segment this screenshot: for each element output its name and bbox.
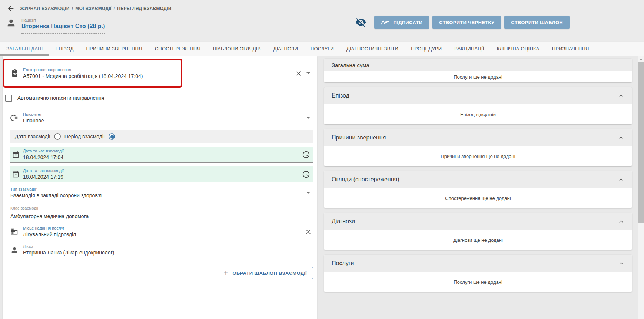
- radio-selected-icon[interactable]: [109, 133, 115, 140]
- priority-icon: [10, 114, 23, 122]
- tab-vaccinations[interactable]: ВАКЦИНАЦІЇ: [448, 42, 490, 56]
- tab-bar: ЗАГАЛЬНІ ДАНІ ЕПІЗОД ПРИЧИНИ ЗВЕРНЕННЯ С…: [0, 42, 644, 56]
- breadcrumb-separator: /: [72, 6, 73, 11]
- clipboard-pulse-icon: [10, 69, 23, 78]
- services-title: Послуги: [332, 260, 354, 267]
- referral-field[interactable]: Електронне направлення А57001 - Медична …: [10, 62, 313, 85]
- referral-label: Електронне направлення: [23, 67, 294, 72]
- top-header: ЖУРНАЛ ВЗАЄМОДІЙ / МОЇ ВЗАЄМОДІЇ / ПЕРЕГ…: [0, 0, 644, 42]
- radio-interaction-period[interactable]: Період взаємодії: [64, 133, 115, 140]
- chevron-down-icon[interactable]: [306, 117, 310, 119]
- tab-clinical-assessment[interactable]: КЛІНІЧНА ОЦІНКА: [491, 42, 546, 56]
- visit-reasons-card: Причини звернення Причини звернення ще н…: [324, 129, 632, 166]
- tab-services[interactable]: ПОСЛУГИ: [304, 42, 340, 56]
- patient-label: Пацієнт: [21, 18, 105, 22]
- interaction-class-field: Клас взаємодії Амбулаторна медична допом…: [10, 204, 313, 221]
- chevron-down-icon[interactable]: [306, 192, 310, 194]
- scrollbar-thumb[interactable]: [638, 62, 644, 223]
- tab-visit-reasons[interactable]: ПРИЧИНИ ЗВЕРНЕННЯ: [80, 42, 149, 56]
- diagnoses-card: Діагнози Діагнози ще не додані: [324, 213, 632, 250]
- scrollbar-up-arrow-icon[interactable]: [638, 56, 644, 62]
- tab-exam-templates[interactable]: ШАБЛОНИ ОГЛЯДІВ: [207, 42, 267, 56]
- collapse-services-button[interactable]: [618, 260, 624, 267]
- clock-icon[interactable]: [301, 151, 312, 159]
- interaction-type-label: Тип взаємодії*: [10, 187, 303, 192]
- auto-expire-checkbox-row[interactable]: Автоматично погасити направлення: [3, 93, 317, 102]
- datetime-start-label: Дата та час взаємодії: [23, 148, 301, 154]
- radio-interaction-date[interactable]: Дата взаємодії: [15, 133, 61, 140]
- diagnoses-empty-text: Діагнози ще не додані: [324, 230, 632, 250]
- interaction-form-card: Електронне направлення А57001 - Медична …: [3, 56, 317, 319]
- choose-template-label: ОБРАТИ ШАБЛОН ВЗАЄМОДІЇ: [233, 270, 307, 276]
- clear-service-place-icon[interactable]: [303, 228, 313, 236]
- radio-interaction-period-label: Період взаємодії: [64, 134, 105, 139]
- patient-name-link[interactable]: Вторинка Пацієнт Сто (28 р.): [21, 23, 105, 30]
- episode-card: Епізод Епізод відсутній: [324, 87, 632, 124]
- service-place-field[interactable]: Місце надання послуг Лікувальний підрозд…: [10, 225, 313, 239]
- tab-general-data[interactable]: ЗАГАЛЬНІ ДАНІ: [0, 42, 49, 56]
- datetime-start-field[interactable]: Дата та час взаємодії 18.04.2024 17:04: [10, 147, 313, 163]
- doctor-value: Вторинна Ланка (Лікар-ендокринолог): [23, 249, 313, 256]
- chevron-down-icon[interactable]: [306, 72, 310, 74]
- total-sum-empty-text: Послуги ще не додані: [324, 71, 632, 82]
- datetime-end-label: Дата та час взаємодії: [23, 168, 301, 173]
- priority-value: Планове: [23, 117, 303, 124]
- radio-interaction-date-label: Дата взаємодії: [15, 134, 50, 139]
- observations-card: Огляди (спостереження) Спостереження ще …: [324, 171, 632, 208]
- chevron-up-icon: [618, 218, 624, 225]
- calendar-icon: [10, 170, 23, 178]
- chevron-up-icon: [618, 92, 624, 99]
- clock-icon[interactable]: [301, 170, 312, 178]
- date-mode-toggle: Дата взаємодії Період взаємодії: [10, 130, 313, 143]
- sign-button[interactable]: ПІДПИСАТИ: [374, 16, 429, 29]
- tab-observations[interactable]: СПОСТЕРЕЖЕННЯ: [149, 42, 207, 56]
- create-draft-button[interactable]: СТВОРИТИ ЧЕРНЕТКУ: [432, 16, 501, 29]
- plus-icon: +: [224, 269, 228, 277]
- interaction-class-label: Клас взаємодії: [10, 205, 313, 211]
- vertical-scrollbar[interactable]: [638, 56, 644, 319]
- datetime-end-field[interactable]: Дата та час взаємодії 18.04.2024 17:19: [10, 166, 313, 182]
- collapse-episode-button[interactable]: [618, 92, 624, 99]
- priority-field[interactable]: Пріоритет Планове: [10, 110, 313, 126]
- back-button[interactable]: [6, 4, 16, 13]
- total-sum-card: Загальна сума Послуги ще не додані: [324, 59, 632, 82]
- clear-referral-icon[interactable]: [294, 70, 303, 77]
- episode-empty-text: Епізод відсутній: [324, 104, 632, 124]
- collapse-diagnoses-button[interactable]: [618, 218, 624, 225]
- service-place-label: Місце надання послуг: [23, 226, 303, 231]
- priority-label: Пріоритет: [23, 112, 303, 117]
- doctor-icon: [10, 246, 23, 254]
- patient-icon: [6, 18, 16, 28]
- tab-diagnoses[interactable]: ДІАГНОЗИ: [267, 42, 304, 56]
- chevron-up-icon: [618, 176, 624, 183]
- tab-episode[interactable]: ЕПІЗОД: [49, 42, 80, 56]
- chevron-up-icon: [618, 260, 624, 267]
- header-actions: ПІДПИСАТИ СТВОРИТИ ЧЕРНЕТКУ СТВОРИТИ ШАБ…: [355, 16, 570, 29]
- sign-button-label: ПІДПИСАТИ: [394, 20, 423, 25]
- signature-icon: [381, 19, 390, 25]
- tab-diagnostic-reports[interactable]: ДІАГНОСТИЧНІ ЗВІТИ: [340, 42, 405, 56]
- create-template-button[interactable]: СТВОРИТИ ШАБЛОН: [504, 16, 570, 29]
- breadcrumb-current: ПЕРЕГЛЯД ВЗАЄМОДІЙ: [117, 6, 171, 11]
- eye-off-icon[interactable]: [355, 17, 366, 28]
- checkbox-icon[interactable]: [5, 95, 12, 102]
- tab-procedures[interactable]: ПРОЦЕДУРИ: [405, 42, 448, 56]
- breadcrumb-separator: /: [114, 6, 115, 11]
- collapse-observations-button[interactable]: [618, 176, 624, 183]
- interaction-type-field[interactable]: Тип взаємодії* Взаємодія в закладі охоро…: [10, 185, 313, 201]
- service-place-value: Лікувальний підрозділ: [23, 231, 303, 238]
- radio-icon[interactable]: [54, 133, 61, 140]
- summary-panel: Загальна сума Послуги ще не додані Епізо…: [324, 59, 632, 292]
- tab-prescriptions[interactable]: ПРИЗНАЧЕННЯ: [546, 42, 595, 56]
- interaction-class-value: Амбулаторна медична допомога: [10, 213, 313, 220]
- breadcrumb-link-journal[interactable]: ЖУРНАЛ ВЗАЄМОДІЙ: [20, 6, 70, 11]
- datetime-end-value: 18.04.2024 17:19: [23, 174, 301, 180]
- collapse-visit-reasons-button[interactable]: [618, 134, 624, 141]
- interaction-type-value: Взаємодія в закладі охорони здоров'я: [10, 192, 303, 199]
- services-card: Послуги Послуги ще не додані: [324, 255, 632, 292]
- choose-template-button[interactable]: + ОБРАТИ ШАБЛОН ВЗАЄМОДІЇ: [218, 267, 313, 279]
- doctor-field: Лікар Вторинна Ланка (Лікар-ендокринолог…: [10, 244, 313, 259]
- visit-reasons-empty-text: Причини звернення ще не додані: [324, 146, 632, 166]
- patient-block: Пацієнт Вторинка Пацієнт Сто (28 р.): [21, 18, 105, 34]
- breadcrumb-link-my-interactions[interactable]: МОЇ ВЗАЄМОДІЇ: [75, 6, 111, 11]
